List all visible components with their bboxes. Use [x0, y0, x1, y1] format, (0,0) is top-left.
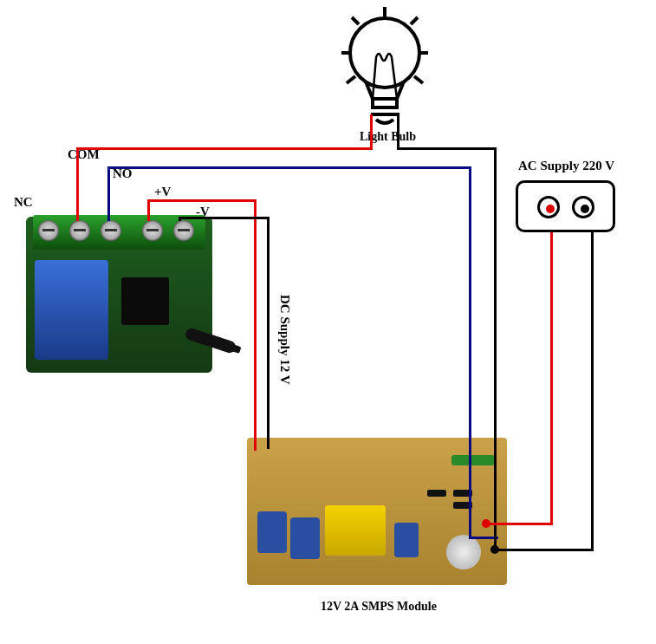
- ac-socket: [516, 180, 615, 232]
- relay-screw-no: [101, 220, 121, 241]
- relay-module: [26, 217, 212, 373]
- wire-smps-acin-neu: [494, 549, 506, 551]
- light-bulb: [340, 5, 431, 127]
- wire-vminus-down: [267, 217, 270, 449]
- wire-ac-neu-branch: [494, 549, 594, 551]
- svg-line-4: [352, 17, 359, 24]
- ac-neutral-hole: [572, 196, 594, 218]
- wire-bulb-right: [397, 113, 399, 149]
- wire-vplus-h: [147, 199, 257, 202]
- relay-screw-com: [69, 220, 90, 241]
- relay-screw-nc: [38, 220, 59, 241]
- light-bulb-label: Light Bulb: [360, 130, 416, 144]
- ac-hot-hole: [537, 196, 560, 218]
- wire-com-h: [76, 147, 373, 150]
- ac-supply-label: AC Supply 220 V: [518, 159, 614, 173]
- svg-point-0: [350, 18, 419, 88]
- relay-ic: [121, 277, 169, 325]
- vplus-label: +V: [154, 185, 171, 199]
- relay-screw-vminus: [173, 220, 194, 241]
- wire-bulb-to-node: [494, 147, 497, 551]
- smps-cap-3: [394, 523, 419, 557]
- wire-bulb-h: [397, 147, 497, 150]
- dc-supply-label: DC Supply 12 V: [277, 295, 292, 385]
- svg-line-6: [347, 76, 355, 83]
- smps-transformer: [325, 505, 386, 556]
- smps-cap-2: [290, 517, 320, 559]
- svg-line-7: [414, 76, 423, 83]
- smps-label: 12V 2A SMPS Module: [321, 600, 437, 614]
- wire-no-up: [107, 166, 110, 221]
- wire-ac-neu-up: [591, 232, 594, 551]
- smps-cap-silver: [446, 535, 481, 569]
- relay-screw-vplus: [142, 220, 163, 241]
- smps-cap-1: [257, 511, 287, 553]
- wire-vplus-up: [147, 199, 150, 221]
- smps-module: [247, 438, 507, 585]
- relay-antenna: [184, 327, 237, 355]
- wire-com-to-bulb: [370, 114, 373, 149]
- wire-smps-acin-hot: [482, 523, 504, 525]
- smps-resistor: [451, 455, 495, 465]
- relay-cube: [35, 260, 108, 360]
- wire-no-down: [469, 166, 471, 539]
- wire-no-h: [107, 166, 471, 169]
- svg-line-5: [411, 17, 418, 24]
- smps-diode-3: [427, 490, 446, 497]
- wire-ac-hot-down: [550, 232, 553, 525]
- nc-label: NC: [14, 195, 33, 210]
- wire-com-up: [76, 147, 79, 221]
- wire-vminus-h: [179, 217, 270, 219]
- wire-vplus-down: [254, 199, 257, 451]
